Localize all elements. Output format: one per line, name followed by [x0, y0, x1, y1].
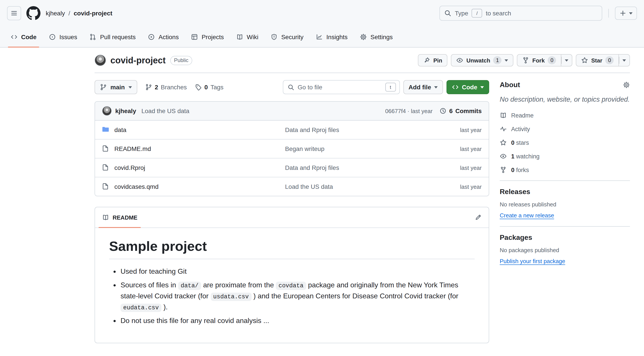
about-item-forks[interactable]: 0 forks [500, 166, 630, 173]
file-icon [102, 163, 109, 171]
repo-content: covid-project Public Pin Unwatch 1 [94, 48, 630, 343]
releases-title: Releases [500, 188, 530, 196]
search-icon [444, 10, 451, 17]
file-commit-message[interactable]: Data and Rproj files [285, 126, 433, 133]
commit-hash-and-date[interactable]: 06677f4 · last year [385, 108, 432, 114]
gear-icon[interactable] [623, 81, 630, 89]
tags-link[interactable]: 0 Tags [195, 84, 224, 91]
tab-settings[interactable]: Settings [354, 27, 398, 47]
star-button[interactable]: Star 0 [576, 54, 619, 67]
readme-bullet: Do not use this file for any real covid … [120, 315, 475, 326]
tab-label: Code [21, 33, 36, 40]
book-icon [236, 33, 243, 40]
commit-author-avatar[interactable] [102, 106, 112, 116]
tab-security[interactable]: Security [266, 27, 309, 47]
caret-down-icon [622, 59, 626, 61]
breadcrumb-repo[interactable]: covid-project [74, 10, 112, 17]
t-key-hint: t [385, 83, 396, 92]
commit-history-link[interactable]: 6 Commits [440, 107, 482, 114]
insights-icon [316, 33, 323, 40]
branches-label: Branches [161, 84, 187, 91]
go-to-file-input[interactable]: Go to file t [283, 80, 400, 94]
packages-empty-text: No packages published [500, 247, 630, 253]
commit-message[interactable]: Load the US data [142, 107, 189, 114]
table-row: README.mdBegan writeuplast year [95, 139, 489, 158]
readme-tab[interactable]: README [98, 207, 141, 227]
file-link[interactable]: README.md [114, 145, 285, 152]
about-item-stars[interactable]: 0 stars [500, 139, 630, 146]
table-row: dataData and Rproj fileslast year [95, 121, 489, 139]
file-commit-message[interactable]: Data and Rproj files [285, 164, 433, 171]
file-commit-message[interactable]: Began writeup [285, 145, 433, 152]
about-item-activity[interactable]: Activity [500, 125, 630, 132]
fork-button[interactable]: Fork 0 [517, 54, 561, 67]
star-dropdown-button[interactable] [619, 54, 630, 67]
tags-label: Tags [210, 84, 224, 91]
file-link[interactable]: covid.Rproj [114, 164, 285, 171]
file-link[interactable]: data [114, 126, 285, 133]
tab-code[interactable]: Code [5, 27, 42, 47]
bullet-text: Do not use this file for any real covid … [120, 317, 269, 324]
about-item-text: Activity [511, 126, 530, 132]
file-link[interactable]: covidcases.qmd [114, 183, 285, 190]
tab-insights[interactable]: Insights [310, 27, 353, 47]
breadcrumb-owner[interactable]: kjhealy [46, 10, 65, 17]
table-row: covidcases.qmdLoad the US datalast year [95, 177, 489, 196]
tab-projects[interactable]: Projects [186, 27, 229, 47]
pencil-icon[interactable] [475, 214, 482, 221]
pin-button[interactable]: Pin [418, 54, 447, 67]
star-label: Star [591, 57, 602, 64]
pin-icon [423, 57, 430, 64]
commit-author[interactable]: kjhealy [115, 107, 136, 114]
star-icon [500, 139, 507, 146]
file-updated: last year [433, 145, 482, 152]
tab-actions[interactable]: Actions [143, 27, 184, 47]
add-file-label: Add file [408, 84, 431, 91]
file-icon [102, 145, 109, 152]
bullet-text: Sources of files in [120, 281, 178, 289]
code-button[interactable]: Code [446, 80, 489, 94]
eye-icon [456, 57, 464, 64]
file-table: kjhealy Load the US data 06677f4 · last … [94, 101, 489, 196]
add-file-button[interactable]: Add file [403, 80, 443, 94]
inline-code: covdata [276, 282, 306, 290]
breadcrumb: kjhealy / covid-project [46, 10, 112, 17]
commits-count: 6 [449, 107, 453, 114]
pin-label: Pin [433, 57, 442, 64]
fork-dropdown-button[interactable] [561, 54, 572, 67]
tab-issues[interactable]: Issues [44, 27, 82, 47]
repo-nav: CodeIssuesPull requestsActionsProjectsWi… [0, 27, 644, 48]
inline-code: eudata.csv [120, 303, 162, 312]
repo-header: covid-project Public Pin Unwatch 1 [94, 48, 630, 73]
tab-label: Security [281, 33, 304, 40]
inline-code: data/ [178, 282, 201, 290]
global-search-input[interactable]: Type / to search [440, 6, 602, 21]
about-item-watching[interactable]: 1 watching [500, 153, 630, 160]
readme-title: Sample project [109, 231, 475, 259]
commit-hash: 06677f4 [385, 108, 406, 114]
file-updated: last year [433, 183, 482, 190]
table-row: covid.RprojData and Rproj fileslast year [95, 158, 489, 177]
tab-label: Settings [370, 33, 392, 40]
branches-link[interactable]: 2 Branches [145, 84, 187, 91]
file-icon [102, 182, 109, 189]
branch-selector[interactable]: main [94, 80, 137, 94]
owner-avatar[interactable] [94, 55, 106, 66]
create-release-link[interactable]: Create a new release [500, 212, 554, 219]
file-rows: dataData and Rproj fileslast yearREADME.… [95, 121, 489, 196]
hamburger-menu-button[interactable] [7, 6, 21, 20]
about-item-readme[interactable]: Readme [500, 112, 630, 119]
github-logo[interactable] [26, 6, 40, 20]
caret-down-icon [629, 12, 632, 14]
tab-pull-requests[interactable]: Pull requests [84, 27, 141, 47]
about-item-text: 1 watching [511, 153, 540, 160]
file-commit-message[interactable]: Load the US data [285, 183, 433, 190]
tab-wiki[interactable]: Wiki [231, 27, 264, 47]
create-new-button[interactable] [615, 7, 637, 20]
sidebar: About No description, website, or topics… [500, 80, 630, 343]
readme-body: Sample project Used for teaching GitSour… [95, 228, 489, 343]
caret-down-icon [565, 59, 568, 61]
publish-package-link[interactable]: Publish your first package [500, 258, 565, 264]
repo-title[interactable]: covid-project [110, 55, 166, 65]
unwatch-button[interactable]: Unwatch 1 [451, 54, 514, 67]
